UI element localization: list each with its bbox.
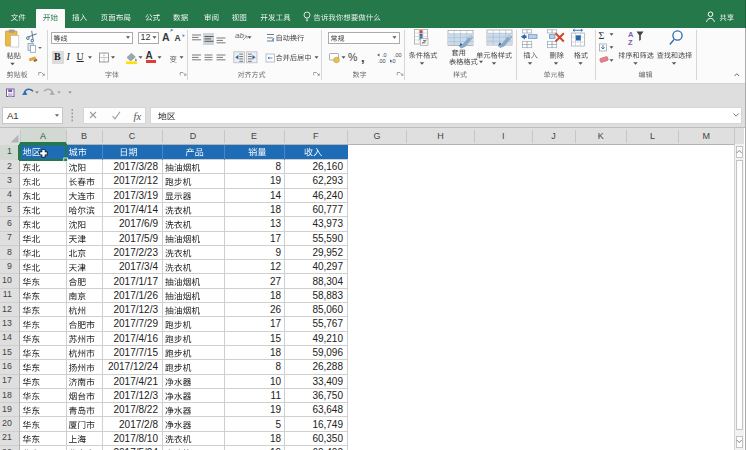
svg-text:.00: .00 [378, 58, 386, 64]
svg-text:fx: fx [134, 111, 142, 122]
svg-text:Σ: Σ [599, 30, 605, 41]
svg-text:Z: Z [628, 38, 633, 47]
